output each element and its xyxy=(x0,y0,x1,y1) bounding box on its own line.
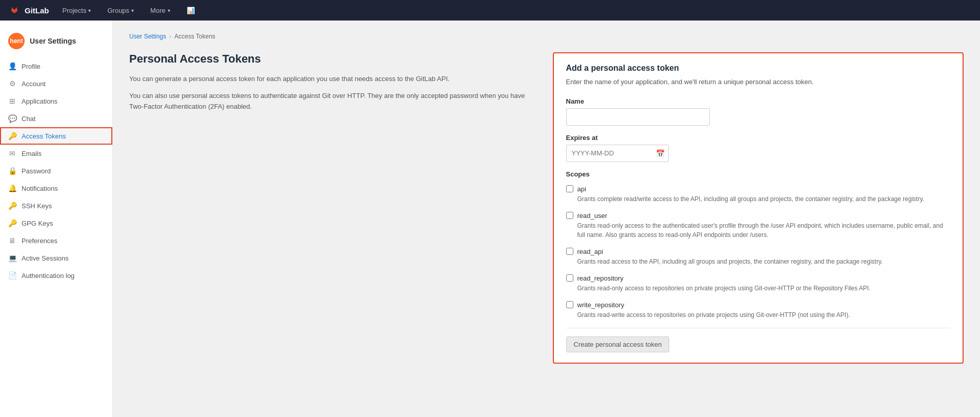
scope-read-repository-checkbox[interactable] xyxy=(566,274,573,282)
scope-read-api-row: read_api xyxy=(566,248,951,255)
scope-read-user-name: read_user xyxy=(577,212,608,220)
sidebar-item-ssh-keys-label: SSH Keys xyxy=(22,202,52,210)
name-label: Name xyxy=(566,97,951,105)
scope-api: api Grants complete read/write access to… xyxy=(566,185,951,204)
brand-name: GitLab xyxy=(25,6,49,15)
sidebar-item-applications[interactable]: ⊞ Applications xyxy=(0,92,112,110)
avatar: hent xyxy=(8,33,25,49)
nav-more-label: More xyxy=(150,7,166,14)
gpg-keys-icon: 🔑 xyxy=(8,219,16,227)
sidebar-item-active-sessions-label: Active Sessions xyxy=(22,254,69,262)
active-sessions-icon: 💻 xyxy=(8,254,16,262)
scopes-group: Scopes api Grants complete read/write ac… xyxy=(566,170,951,320)
scope-write-repository-row: write_repository xyxy=(566,301,951,309)
scope-read-repository-desc: Grants read-only access to repositories … xyxy=(577,284,951,293)
scope-write-repository-desc: Grants read-write access to repositories… xyxy=(577,310,951,320)
brand-logo[interactable]: GitLab xyxy=(8,4,49,16)
gitlab-logo-icon xyxy=(8,4,21,16)
breadcrumb-current: Access Tokens xyxy=(174,33,215,40)
sidebar-item-active-sessions[interactable]: 💻 Active Sessions xyxy=(0,249,112,267)
scope-read-user: read_user Grants read-only access to the… xyxy=(566,212,951,240)
scope-api-desc: Grants complete read/write access to the… xyxy=(577,194,951,204)
chat-icon: 💬 xyxy=(8,114,16,123)
auth-log-icon: 📄 xyxy=(8,271,16,280)
nav-stats-icon: 📊 xyxy=(187,7,195,14)
scope-read-repository: read_repository Grants read-only access … xyxy=(566,274,951,293)
content-grid: Personal Access Tokens You can generate … xyxy=(129,52,964,364)
profile-icon: 👤 xyxy=(8,62,16,70)
sidebar-item-account[interactable]: ⚙ Account xyxy=(0,75,112,92)
expires-input[interactable] xyxy=(566,145,669,162)
preferences-icon: 🖥 xyxy=(8,236,16,245)
sidebar-title: User Settings xyxy=(30,37,76,45)
form-title: Add a personal access token xyxy=(566,64,951,73)
description-paragraph-2: You can also use personal access tokens … xyxy=(129,91,541,112)
sidebar: hent User Settings 👤 Profile ⚙ Account ⊞… xyxy=(0,21,113,417)
date-input-wrapper: 📅 xyxy=(566,145,669,162)
nav-stats[interactable]: 📊 xyxy=(184,5,198,16)
main-content: User Settings › Access Tokens Personal A… xyxy=(113,21,980,417)
form-divider xyxy=(566,328,951,328)
sidebar-item-gpg-keys-label: GPG Keys xyxy=(22,220,53,227)
name-field-group: Name xyxy=(566,97,951,126)
scope-read-api-name: read_api xyxy=(577,248,604,255)
sidebar-item-access-tokens-label: Access Tokens xyxy=(22,132,66,140)
scope-api-row: api xyxy=(566,185,951,193)
scope-read-repository-row: read_repository xyxy=(566,274,951,282)
scope-read-api-checkbox[interactable] xyxy=(566,248,573,255)
expires-label: Expires at xyxy=(566,134,951,142)
sidebar-item-profile[interactable]: 👤 Profile xyxy=(0,57,112,75)
password-icon: 🔒 xyxy=(8,167,16,175)
sidebar-item-access-tokens[interactable]: 🔑 Access Tokens xyxy=(0,127,112,145)
form-subtitle: Enter the name of your application, and … xyxy=(566,77,951,87)
sidebar-item-notifications[interactable]: 🔔 Notifications xyxy=(0,180,112,197)
ssh-keys-icon: 🔑 xyxy=(8,202,16,210)
create-token-button[interactable]: Create personal access token xyxy=(566,336,670,352)
scope-write-repository: write_repository Grants read-write acces… xyxy=(566,301,951,320)
nav-groups-chevron: ▾ xyxy=(131,8,134,13)
sidebar-item-ssh-keys[interactable]: 🔑 SSH Keys xyxy=(0,197,112,214)
breadcrumb-separator: › xyxy=(169,33,171,40)
scopes-label: Scopes xyxy=(566,170,951,178)
sidebar-item-emails[interactable]: ✉ Emails xyxy=(0,145,112,162)
account-icon: ⚙ xyxy=(8,80,16,88)
scope-write-repository-checkbox[interactable] xyxy=(566,301,573,308)
nav-more[interactable]: More ▾ xyxy=(147,5,173,16)
scope-read-api-desc: Grants read access to the API, including… xyxy=(577,257,951,266)
page-title: Personal Access Tokens xyxy=(129,52,541,66)
add-token-panel: Add a personal access token Enter the na… xyxy=(553,52,964,364)
nav-more-chevron: ▾ xyxy=(168,8,170,13)
scope-api-checkbox[interactable] xyxy=(566,185,573,192)
nav-groups[interactable]: Groups ▾ xyxy=(104,5,137,16)
sidebar-header: hent User Settings xyxy=(0,29,112,57)
top-navigation: GitLab Projects ▾ Groups ▾ More ▾ 📊 xyxy=(0,0,980,21)
sidebar-item-notifications-label: Notifications xyxy=(22,185,58,192)
scope-read-user-desc: Grants read-only access to the authentic… xyxy=(577,221,951,240)
notifications-icon: 🔔 xyxy=(8,184,16,192)
expires-field-group: Expires at 📅 xyxy=(566,134,951,162)
access-tokens-icon: 🔑 xyxy=(8,132,16,140)
nav-groups-label: Groups xyxy=(107,7,129,14)
avatar-text: hent xyxy=(10,37,23,45)
sidebar-item-account-label: Account xyxy=(22,80,46,88)
nav-projects[interactable]: Projects ▾ xyxy=(59,5,94,16)
scope-read-repository-name: read_repository xyxy=(577,274,624,282)
name-input[interactable] xyxy=(566,108,710,126)
sidebar-item-auth-log[interactable]: 📄 Authentication log xyxy=(0,267,112,284)
sidebar-item-auth-log-label: Authentication log xyxy=(22,272,74,280)
sidebar-item-password[interactable]: 🔒 Password xyxy=(0,162,112,180)
applications-icon: ⊞ xyxy=(8,97,16,105)
sidebar-item-preferences[interactable]: 🖥 Preferences xyxy=(0,232,112,249)
breadcrumb-parent[interactable]: User Settings xyxy=(129,33,166,40)
left-panel: Personal Access Tokens You can generate … xyxy=(129,52,541,118)
scope-read-user-checkbox[interactable] xyxy=(566,212,573,219)
sidebar-item-gpg-keys[interactable]: 🔑 GPG Keys xyxy=(0,214,112,232)
description-paragraph-1: You can generate a personal access token… xyxy=(129,74,541,85)
scope-write-repository-name: write_repository xyxy=(577,301,625,309)
scope-read-user-row: read_user xyxy=(566,212,951,220)
nav-projects-label: Projects xyxy=(63,7,87,14)
sidebar-item-chat[interactable]: 💬 Chat xyxy=(0,110,112,127)
scope-read-api: read_api Grants read access to the API, … xyxy=(566,248,951,266)
sidebar-item-emails-label: Emails xyxy=(22,150,42,157)
sidebar-item-applications-label: Applications xyxy=(22,97,57,105)
